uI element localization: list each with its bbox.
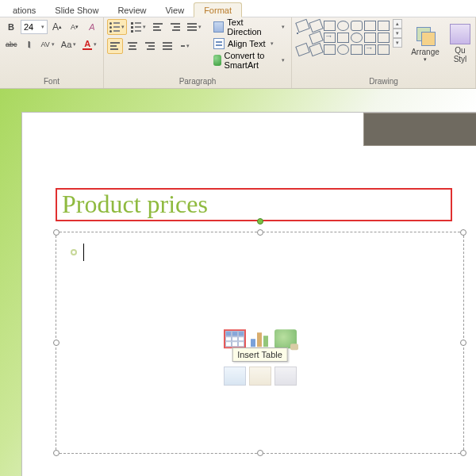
align-text-button[interactable]: Align Text bbox=[210, 36, 288, 52]
shape-cloud-icon[interactable] bbox=[324, 44, 336, 55]
shape-line-icon[interactable] bbox=[295, 19, 310, 33]
resize-handle-bl[interactable] bbox=[53, 450, 60, 456]
gallery-more[interactable]: ▾ bbox=[393, 38, 402, 48]
shape-roundrect-icon[interactable] bbox=[351, 21, 363, 31]
resize-handle-tl[interactable] bbox=[53, 229, 60, 236]
resize-handle-tr[interactable] bbox=[460, 229, 466, 236]
insert-table-tooltip: Insert Table bbox=[232, 347, 288, 362]
line-spacing-button[interactable] bbox=[185, 19, 204, 35]
columns-icon bbox=[181, 45, 185, 47]
slide-workspace: Product prices Insert Table bbox=[0, 89, 476, 476]
shape-triangle-icon[interactable] bbox=[297, 33, 298, 34]
shape-hexagon-icon[interactable] bbox=[337, 33, 349, 43]
font-group-label: Font bbox=[3, 75, 100, 88]
text-direction-button[interactable]: Text Direction bbox=[210, 19, 288, 35]
content-placeholder[interactable]: Insert Table bbox=[56, 232, 464, 454]
align-justify-icon bbox=[163, 42, 172, 50]
align-left-icon bbox=[110, 42, 120, 50]
shape-star-icon[interactable] bbox=[351, 33, 363, 43]
tab-animations[interactable]: ations bbox=[3, 3, 45, 17]
shape-rect-icon[interactable] bbox=[324, 21, 336, 31]
content-insert-row1 bbox=[224, 329, 297, 348]
slide-title[interactable]: Product prices bbox=[62, 190, 446, 219]
insert-table-button[interactable] bbox=[224, 329, 246, 348]
insert-smartart-button[interactable] bbox=[274, 329, 297, 348]
shrink-font-button[interactable]: A▾ bbox=[67, 19, 83, 35]
bullet-icon bbox=[71, 249, 77, 255]
shape-connector-icon[interactable] bbox=[309, 31, 324, 44]
font-color-button[interactable]: A bbox=[80, 36, 99, 52]
shape-square-icon[interactable] bbox=[378, 21, 390, 31]
gallery-scroll-up[interactable]: ▴ bbox=[393, 19, 402, 29]
ribbon-tabs: ations Slide Show Review View Format bbox=[0, 0, 476, 17]
tab-slideshow[interactable]: Slide Show bbox=[45, 3, 108, 17]
resize-handle-br[interactable] bbox=[460, 450, 466, 456]
shape-callout-icon[interactable] bbox=[337, 44, 349, 55]
slide-canvas[interactable]: Product prices Insert Table bbox=[22, 113, 476, 476]
resize-handle-mr[interactable] bbox=[460, 340, 466, 346]
arrange-button[interactable]: Arrange▾ bbox=[407, 19, 443, 68]
shape-action-icon[interactable] bbox=[351, 44, 363, 55]
arrange-icon bbox=[415, 25, 436, 46]
insert-chart-button[interactable] bbox=[249, 329, 271, 348]
shape-line-arrow-icon[interactable] bbox=[309, 19, 324, 33]
rotate-handle[interactable] bbox=[257, 218, 263, 225]
align-left-button[interactable] bbox=[107, 38, 123, 54]
tab-view[interactable]: View bbox=[155, 3, 194, 17]
numbering-icon bbox=[131, 22, 141, 33]
resize-handle-mb[interactable] bbox=[257, 450, 263, 456]
line-spacing-icon bbox=[187, 23, 197, 31]
outdent-icon bbox=[153, 23, 163, 31]
insert-picture-button[interactable] bbox=[224, 367, 246, 386]
insert-media-button[interactable] bbox=[274, 367, 297, 386]
text-cursor-area[interactable] bbox=[71, 244, 84, 261]
bold-button[interactable]: B bbox=[3, 19, 19, 35]
tab-review[interactable]: Review bbox=[108, 3, 155, 17]
smartart-icon bbox=[213, 55, 221, 66]
shape-brace-icon[interactable] bbox=[378, 33, 390, 43]
columns-button[interactable] bbox=[177, 38, 193, 54]
increase-indent-button[interactable] bbox=[167, 19, 183, 35]
shape-ellipse-icon[interactable] bbox=[337, 21, 349, 31]
shape-equation-icon[interactable] bbox=[378, 44, 390, 55]
tab-format[interactable]: Format bbox=[194, 2, 242, 17]
grow-font-button[interactable]: A▴ bbox=[49, 19, 65, 35]
shape-textbox-icon[interactable] bbox=[364, 21, 376, 31]
resize-handle-ml[interactable] bbox=[53, 340, 60, 346]
bullets-icon bbox=[109, 22, 120, 33]
group-font: B 24 A▴ A▾ A abc I AV Aa A Font bbox=[0, 17, 104, 88]
align-right-button[interactable] bbox=[142, 38, 158, 54]
quick-styles-icon bbox=[450, 24, 470, 44]
gallery-scroll-down[interactable]: ▾ bbox=[393, 29, 402, 38]
resize-handle-mt[interactable] bbox=[257, 229, 263, 236]
shape-block-arrow-icon[interactable] bbox=[364, 44, 376, 55]
align-center-button[interactable] bbox=[125, 38, 140, 54]
shape-arrow-icon[interactable] bbox=[324, 33, 336, 43]
shape-curve-icon[interactable] bbox=[295, 43, 310, 56]
font-size-value: 24 bbox=[24, 22, 33, 32]
indent-icon bbox=[171, 23, 180, 31]
decrease-indent-button[interactable] bbox=[150, 19, 166, 35]
content-insert-row2 bbox=[224, 367, 297, 386]
char-spacing-button[interactable]: AV bbox=[39, 36, 57, 52]
clear-formatting-button[interactable]: A bbox=[84, 19, 100, 35]
align-text-icon bbox=[213, 38, 225, 49]
text-caret bbox=[83, 244, 84, 261]
slide-top-bar bbox=[363, 113, 476, 146]
bullets-button[interactable] bbox=[107, 19, 127, 35]
numbering-button[interactable] bbox=[129, 19, 148, 35]
shape-freeform-icon[interactable] bbox=[309, 43, 324, 56]
align-justify-button[interactable] bbox=[159, 38, 175, 54]
shapes-gallery[interactable]: ▴ ▾ ▾ bbox=[295, 19, 402, 56]
align-right-icon bbox=[145, 42, 155, 50]
drawing-group-label: Drawing bbox=[295, 75, 472, 88]
shadow-button[interactable]: I bbox=[21, 36, 37, 52]
strike-button[interactable]: abc bbox=[3, 36, 20, 52]
align-center-icon bbox=[128, 42, 137, 50]
font-size-combo[interactable]: 24 bbox=[21, 20, 48, 34]
insert-clipart-button[interactable] bbox=[249, 367, 271, 386]
shape-bracket-icon[interactable] bbox=[364, 33, 376, 43]
change-case-button[interactable]: Aa bbox=[59, 36, 79, 52]
quick-styles-button[interactable]: Qu Styl bbox=[448, 19, 472, 68]
convert-smartart-button[interactable]: Convert to SmartArt bbox=[210, 52, 288, 68]
